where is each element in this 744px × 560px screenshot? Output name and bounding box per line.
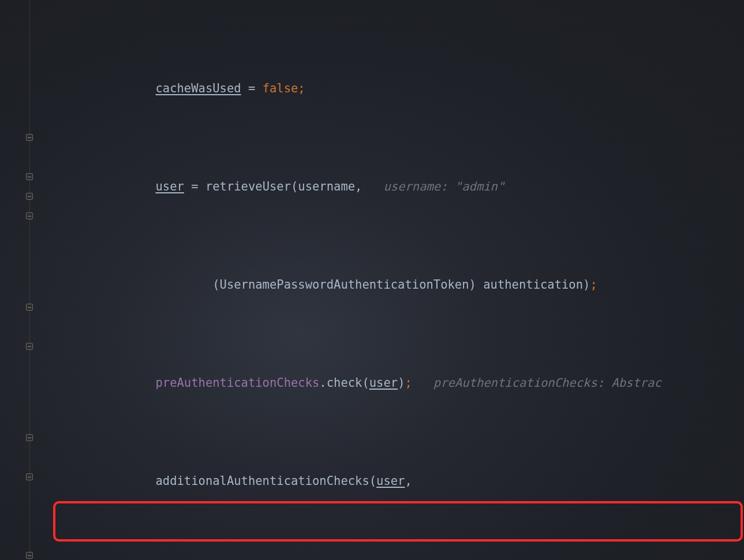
code-line[interactable]: additionalAuthenticationChecks(user, bbox=[42, 471, 744, 491]
code-line[interactable]: (UsernamePasswordAuthenticationToken) au… bbox=[42, 275, 744, 294]
code-line[interactable]: preAuthenticationChecks.check(user); pre… bbox=[42, 373, 744, 393]
fold-handle-icon[interactable] bbox=[26, 473, 33, 480]
gutter bbox=[0, 0, 42, 560]
variable-user: user bbox=[155, 180, 184, 193]
fold-handle-icon[interactable] bbox=[26, 212, 33, 219]
fold-handle-icon[interactable] bbox=[26, 173, 33, 180]
fold-handle-icon[interactable] bbox=[26, 304, 33, 311]
fold-handle-icon[interactable] bbox=[26, 193, 33, 200]
fold-handle-icon[interactable] bbox=[26, 434, 33, 441]
code-line[interactable]: cacheWasUsed = false; bbox=[42, 79, 744, 98]
variable-cacheWasUsed: cacheWasUsed bbox=[155, 81, 241, 95]
fold-handle-icon[interactable] bbox=[26, 134, 33, 141]
debug-hint: preAuthenticationChecks: Abstrac bbox=[412, 376, 661, 390]
annotation-highlight-box bbox=[53, 501, 743, 542]
code-line[interactable]: user = retrieveUser(username, username: … bbox=[42, 177, 744, 196]
fold-handle-icon[interactable] bbox=[26, 343, 33, 350]
fold-handle-icon[interactable] bbox=[26, 552, 33, 559]
code-editor[interactable]: cacheWasUsed = false; user = retrieveUse… bbox=[0, 0, 744, 560]
code-area[interactable]: cacheWasUsed = false; user = retrieveUse… bbox=[42, 0, 744, 560]
